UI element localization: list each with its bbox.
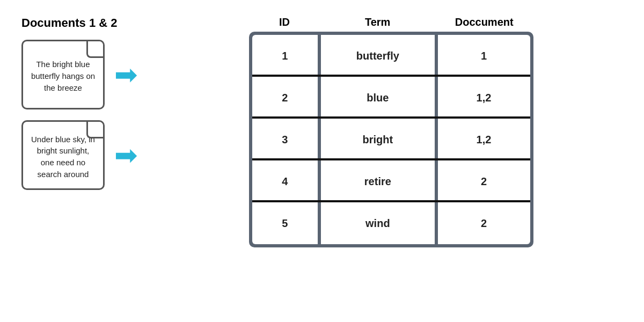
cell-id: 3 [252,119,321,160]
cell-doc: 1,2 [438,77,530,119]
documents-area: The bright blue butterfly hangs on the b… [21,40,138,190]
cell-doc: 2 [438,160,530,202]
cell-id: 1 [252,35,321,77]
table-row: 4 retire 2 [252,160,530,202]
table-row: 2 blue 1,2 [252,77,530,119]
document-card-1: The bright blue butterfly hangs on the b… [21,40,105,109]
cell-id: 4 [252,160,321,202]
cell-id: 2 [252,77,321,119]
index-table: 1 butterfly 1 2 blue 1,2 3 bright 1,2 4 … [249,32,533,247]
table-row: 5 wind 2 [252,202,530,244]
cell-term: wind [321,202,437,244]
table-row: 1 butterfly 1 [252,35,530,77]
doc-row-2: Under blue sky, in bright sunlight, one … [21,120,138,190]
doc2-text: Under blue sky, in bright sunlight, one … [31,134,96,180]
document-card-2: Under blue sky, in bright sunlight, one … [21,120,105,190]
arrow-icon-2: ➡ [114,141,138,169]
cell-term: bright [321,119,437,160]
cell-term: blue [321,77,437,119]
arrow-icon-1: ➡ [114,61,138,89]
cell-id: 5 [252,202,321,244]
page-title: Documents 1 & 2 [21,16,138,30]
doc1-text: The bright blue butterfly hangs on the b… [31,58,96,93]
cell-doc: 1,2 [438,119,530,160]
cell-doc: 1 [438,35,530,77]
doc-row-1: The bright blue butterfly hangs on the b… [21,40,138,109]
table-headers: ID Term Doccument [249,16,533,28]
cell-term: butterfly [321,35,437,77]
left-section: Documents 1 & 2 The bright blue butterfl… [21,16,138,190]
header-term: Term [319,16,436,28]
header-document: Doccument [436,16,532,28]
table-row: 3 bright 1,2 [252,119,530,160]
header-id: ID [250,16,319,28]
right-section: ID Term Doccument 1 butterfly 1 2 blue 1… [138,16,623,247]
cell-doc: 2 [438,202,530,244]
cell-term: retire [321,160,437,202]
